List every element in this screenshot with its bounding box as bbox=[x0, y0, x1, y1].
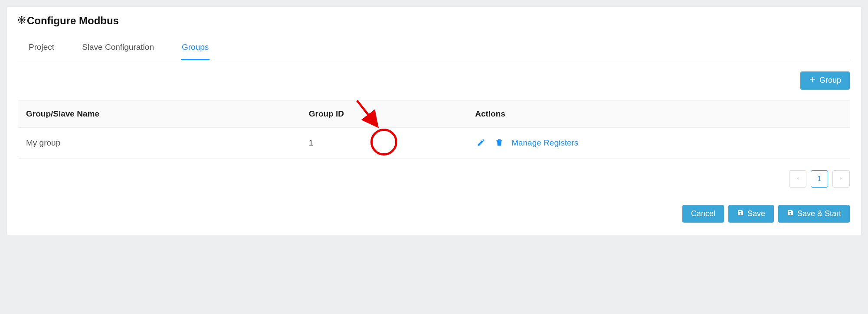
manage-registers-link[interactable]: Manage Registers bbox=[511, 138, 578, 148]
table-row: My group 1 bbox=[18, 127, 850, 159]
save-label: Save bbox=[747, 209, 765, 219]
pagination-next[interactable] bbox=[832, 170, 850, 188]
page-title-text: Configure Modbus bbox=[27, 15, 119, 27]
save-start-label: Save & Start bbox=[797, 209, 841, 219]
tabs: Project Slave Configuration Groups bbox=[17, 37, 851, 60]
page-title: Configure Modbus bbox=[17, 15, 851, 27]
add-group-button[interactable]: Group bbox=[800, 71, 850, 90]
trash-icon bbox=[495, 138, 504, 148]
add-group-label: Group bbox=[819, 76, 841, 85]
pencil-icon bbox=[477, 138, 485, 148]
chevron-right-icon bbox=[839, 175, 844, 183]
cell-name: My group bbox=[18, 127, 301, 159]
save-icon bbox=[787, 209, 794, 219]
col-actions: Actions bbox=[467, 100, 850, 127]
delete-button[interactable] bbox=[493, 136, 505, 150]
col-name: Group/Slave Name bbox=[18, 100, 301, 127]
pagination: 1 bbox=[18, 170, 850, 188]
cell-id: 1 bbox=[301, 127, 467, 159]
plus-icon bbox=[809, 76, 816, 85]
groups-table: Group/Slave Name Group ID Actions My gro… bbox=[18, 100, 850, 159]
cancel-button[interactable]: Cancel bbox=[682, 205, 724, 223]
col-id: Group ID bbox=[301, 100, 467, 127]
save-button[interactable]: Save bbox=[728, 205, 774, 223]
cancel-label: Cancel bbox=[691, 209, 715, 219]
edit-button[interactable] bbox=[475, 136, 487, 150]
chevron-left-icon bbox=[795, 175, 800, 183]
save-icon bbox=[737, 209, 744, 219]
snowflake-icon bbox=[17, 15, 26, 27]
tab-groups[interactable]: Groups bbox=[181, 37, 210, 60]
tab-slave-configuration[interactable]: Slave Configuration bbox=[81, 37, 155, 60]
pagination-page-1[interactable]: 1 bbox=[811, 170, 828, 188]
pagination-prev[interactable] bbox=[789, 170, 806, 188]
tab-project[interactable]: Project bbox=[28, 37, 55, 60]
save-start-button[interactable]: Save & Start bbox=[778, 205, 850, 223]
